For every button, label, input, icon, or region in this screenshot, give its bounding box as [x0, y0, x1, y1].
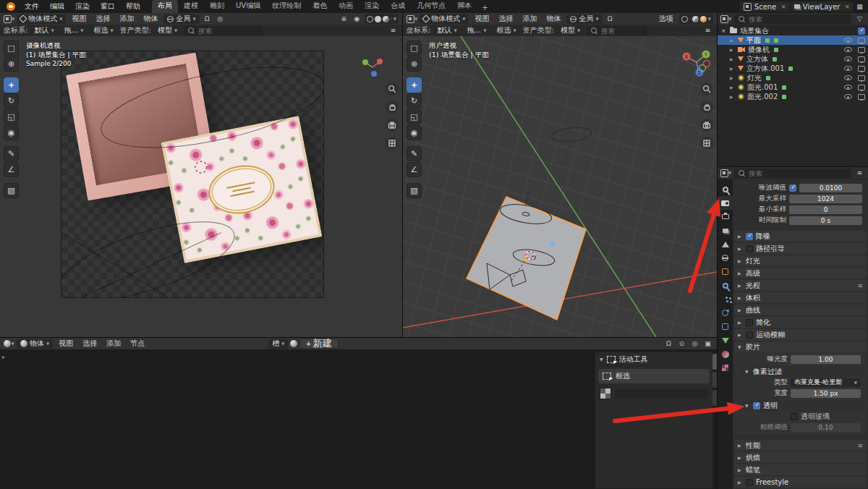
options-menu[interactable]: 选项: [655, 14, 677, 24]
proportional-edit-icon[interactable]: ◎: [215, 14, 226, 24]
select-mode-selector[interactable]: 框选▼: [493, 26, 519, 35]
min-samples-value[interactable]: 0: [789, 205, 862, 214]
workspace-tab-geometry-nodes[interactable]: 几何节点: [411, 0, 451, 13]
editor-type-icon[interactable]: ▼: [720, 14, 731, 24]
disable-in-render-icon[interactable]: [858, 38, 865, 43]
workspace-tab-compositing[interactable]: 合成: [385, 0, 411, 13]
menu-window[interactable]: 窗口: [95, 1, 120, 12]
roughness-threshold-value[interactable]: 0.10: [791, 423, 861, 432]
menu-help[interactable]: 帮助: [121, 1, 145, 12]
tool-search-input[interactable]: [601, 27, 644, 35]
panel-curves[interactable]: ▶曲线: [734, 305, 867, 315]
region-expand-icon[interactable]: ▸: [2, 354, 5, 360]
transform-tool[interactable]: ◉: [4, 125, 19, 140]
max-samples-value[interactable]: 1024: [789, 195, 862, 203]
select-box-tool[interactable]: □: [4, 41, 19, 56]
active-tool-row[interactable]: 框选: [598, 369, 710, 383]
move-tool[interactable]: +: [4, 77, 19, 93]
viewport-right-canvas[interactable]: □ ⊕ + ↻ ◱ ◉ ✎ ∠ ▧ 用户透视 (1) 场景集合 | 平面: [403, 36, 717, 337]
filter-width-value[interactable]: 1.50 px: [791, 389, 861, 398]
panel-motion-blur[interactable]: ▶ 运动模糊: [734, 329, 867, 340]
disable-in-render-icon[interactable]: [858, 75, 865, 81]
menu-object[interactable]: 物体: [542, 14, 564, 24]
blender-logo-icon[interactable]: [7, 2, 15, 11]
menu-render[interactable]: 渲染: [70, 1, 95, 12]
outliner-row-camera[interactable]: ▶ 摄像机: [718, 45, 868, 54]
menu-file[interactable]: 文件: [20, 1, 44, 12]
scene-selector[interactable]: Scene ×: [740, 1, 790, 12]
menu-select[interactable]: 选择: [92, 14, 114, 24]
mode-selector[interactable]: 物体模式▼: [17, 14, 66, 24]
scale-tool[interactable]: ◱: [407, 109, 422, 124]
hide-in-viewport-icon[interactable]: [844, 47, 852, 52]
menu-select[interactable]: 选择: [495, 14, 516, 24]
tab-physics[interactable]: [718, 306, 733, 320]
hide-in-viewport-icon[interactable]: [844, 66, 852, 71]
tab-texture[interactable]: [718, 361, 733, 375]
mode-selector[interactable]: 物体模式▼: [420, 14, 469, 24]
snap-magnet-icon[interactable]: Ω: [202, 14, 213, 24]
panel-simplify[interactable]: ▶ 简化: [734, 317, 867, 328]
annotate-tool[interactable]: ✎: [4, 146, 19, 161]
tab-world[interactable]: [718, 251, 733, 265]
menu-add[interactable]: 添加: [103, 339, 124, 349]
time-limit-value[interactable]: 0 s: [789, 216, 862, 225]
shading-wireframe-icon[interactable]: [367, 16, 373, 22]
hide-in-viewport-icon[interactable]: [844, 38, 852, 43]
menu-object[interactable]: 物体: [140, 14, 161, 24]
add-primitive-tool[interactable]: ▧: [4, 183, 19, 198]
tab-view-layer[interactable]: [718, 224, 733, 237]
transparent-checkbox[interactable]: [753, 402, 760, 409]
unlink-view-layer-icon[interactable]: ×: [843, 3, 850, 10]
panel-transparent[interactable]: ▼ 透明: [741, 400, 865, 411]
texture-name-field[interactable]: [615, 389, 708, 399]
transform-tool[interactable]: ◉: [407, 125, 422, 140]
select-box-tool[interactable]: □: [407, 41, 422, 56]
tab-constraints[interactable]: [718, 320, 733, 333]
pan-hand-icon[interactable]: [386, 101, 399, 114]
annotate-tool[interactable]: ✎: [407, 146, 422, 161]
panel-film[interactable]: ▼胶片: [734, 341, 867, 352]
tab-output[interactable]: [718, 210, 733, 224]
tab-object-data[interactable]: [718, 333, 733, 347]
shading-wireframe-icon[interactable]: [681, 16, 688, 22]
unlink-scene-icon[interactable]: ×: [779, 3, 786, 10]
tab-particles[interactable]: [718, 292, 733, 306]
workspace-tab-texture-paint[interactable]: 纹理绘制: [266, 0, 307, 13]
panel-menu-icon[interactable]: ≡: [857, 442, 863, 449]
outliner-row-scene-collection[interactable]: ▼ 场景集合: [718, 26, 868, 35]
hide-in-viewport-icon[interactable]: [844, 56, 852, 61]
asset-type-selector[interactable]: 模型▼: [154, 26, 181, 35]
outliner-filter-icon[interactable]: ▽: [854, 14, 865, 24]
disable-in-render-icon[interactable]: [858, 66, 865, 72]
workspace-tab-scripting[interactable]: 脚本: [451, 0, 477, 13]
panel-light-paths[interactable]: ▶光程≡: [734, 280, 867, 291]
navigation-gizmo[interactable]: Y X Z: [681, 46, 712, 78]
transform-orientation-selector[interactable]: 全局▼: [566, 14, 602, 24]
collection-checkbox[interactable]: [858, 27, 865, 35]
select-mode-selector[interactable]: 框选▼: [90, 26, 116, 35]
menu-view[interactable]: 视图: [68, 14, 90, 24]
shading-material-icon[interactable]: [383, 16, 389, 22]
outliner-row-light[interactable]: ▶ 灯光: [718, 73, 868, 82]
sidebar-tab-tool[interactable]: [712, 354, 717, 370]
show-gizmo-icon[interactable]: ⊕: [339, 14, 349, 24]
scale-tool[interactable]: ◱: [4, 109, 19, 124]
view-layer-selector[interactable]: ViewLayer ×: [791, 1, 854, 12]
workspace-tab-shading[interactable]: 着色: [307, 0, 333, 13]
menu-add[interactable]: 添加: [519, 14, 540, 24]
filter-icon[interactable]: ≡: [388, 26, 399, 35]
add-primitive-tool[interactable]: ▧: [407, 183, 422, 198]
tab-scene[interactable]: [718, 237, 733, 251]
menu-add[interactable]: 添加: [116, 14, 137, 24]
measure-tool[interactable]: ∠: [4, 162, 19, 177]
menu-node[interactable]: 节点: [127, 339, 148, 349]
panel-freestyle[interactable]: ▶ Freestyle: [734, 477, 867, 488]
snap-magnet-icon[interactable]: Ω: [605, 14, 616, 24]
filter-icon[interactable]: ≡: [702, 26, 713, 35]
workspace-tab-rendering[interactable]: 渲染: [359, 0, 385, 13]
tab-tool[interactable]: [718, 182, 733, 196]
ortho-toggle-icon[interactable]: [700, 137, 713, 150]
measure-tool[interactable]: ∠: [407, 162, 422, 177]
zoom-icon[interactable]: [700, 82, 713, 95]
